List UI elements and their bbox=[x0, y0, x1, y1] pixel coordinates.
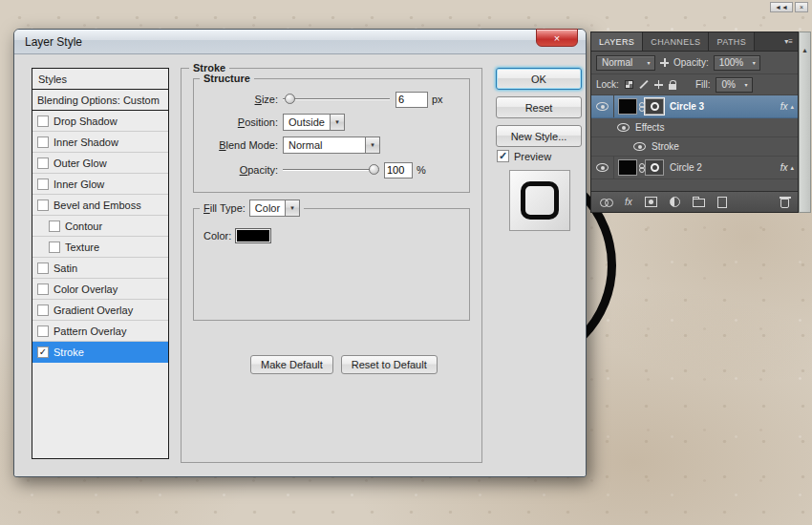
stroke-checkbox-checked[interactable]: ✓ bbox=[37, 346, 49, 358]
layer-name[interactable]: Circle 2 bbox=[670, 162, 780, 173]
blend-mode-dropdown[interactable]: Normal ▾ bbox=[283, 136, 380, 154]
bevel-emboss-checkbox[interactable] bbox=[37, 200, 49, 211]
opacity-slider[interactable] bbox=[283, 164, 378, 176]
add-layer-mask-icon[interactable] bbox=[645, 197, 657, 207]
size-slider[interactable] bbox=[283, 94, 390, 105]
make-default-button[interactable]: Make Default bbox=[250, 355, 333, 374]
stroke-effect-row[interactable]: Stroke bbox=[591, 137, 798, 157]
new-layer-icon[interactable] bbox=[717, 197, 727, 208]
delete-layer-icon[interactable] bbox=[780, 199, 789, 208]
outer-glow-checkbox[interactable] bbox=[37, 158, 49, 169]
vector-mask-thumbnail[interactable] bbox=[645, 159, 664, 176]
position-dropdown[interactable]: Outside ▾ bbox=[283, 114, 345, 131]
lock-position-icon[interactable] bbox=[654, 80, 663, 89]
drop-shadow-checkbox[interactable] bbox=[37, 116, 49, 127]
tab-channels[interactable]: CHANNELS bbox=[643, 32, 709, 51]
layer-fx-icon[interactable]: fx bbox=[780, 162, 788, 173]
style-item-bevel-and-emboss[interactable]: Bevel and Emboss bbox=[32, 195, 168, 216]
layer-mask-link-icon[interactable] bbox=[638, 102, 644, 112]
link-layers-icon[interactable] bbox=[600, 199, 612, 206]
layers-blend-mode-dropdown[interactable]: Normal ▾ bbox=[596, 55, 655, 71]
stroke-effect-label: Stroke bbox=[652, 141, 679, 152]
style-item-gradient-overlay[interactable]: Gradient Overlay bbox=[32, 300, 168, 321]
style-item-stroke[interactable]: ✓ Stroke bbox=[32, 342, 168, 363]
reset-button[interactable]: Reset bbox=[496, 96, 582, 118]
add-layer-style-icon[interactable]: fx bbox=[625, 197, 632, 207]
layer-name[interactable]: Circle 3 bbox=[670, 101, 780, 112]
panel-scrollbar[interactable]: ▲ bbox=[799, 32, 811, 213]
size-slider-thumb[interactable] bbox=[285, 94, 295, 104]
structure-legend: Structure bbox=[200, 72, 254, 85]
eye-icon[interactable] bbox=[633, 142, 646, 151]
layer-row-circle-2[interactable]: Circle 2 fx ▴ bbox=[591, 157, 798, 179]
style-item-pattern-overlay[interactable]: Pattern Overlay bbox=[32, 321, 168, 342]
lock-pixels-icon[interactable] bbox=[639, 80, 649, 90]
opacity-unit: % bbox=[417, 164, 426, 176]
style-item-satin[interactable]: Satin bbox=[32, 258, 168, 279]
fill-type-dropdown[interactable]: Color ▾ bbox=[249, 200, 300, 217]
style-item-texture[interactable]: Texture bbox=[32, 237, 168, 258]
chevron-down-icon[interactable]: ▾ bbox=[365, 137, 379, 153]
style-item-drop-shadow[interactable]: Drop Shadow bbox=[32, 111, 168, 132]
style-item-inner-shadow[interactable]: Inner Shadow bbox=[32, 132, 168, 153]
panel-menu-icon[interactable]: ▾≡ bbox=[755, 32, 798, 51]
new-style-button[interactable]: New Style... bbox=[496, 125, 582, 147]
close-panels-button[interactable]: × bbox=[795, 2, 808, 12]
tab-layers[interactable]: LAYERS bbox=[591, 32, 643, 51]
style-item-contour[interactable]: Contour bbox=[32, 216, 168, 237]
opacity-input[interactable] bbox=[384, 162, 413, 178]
inner-shadow-checkbox[interactable] bbox=[37, 136, 49, 148]
fill-value[interactable]: 0% ▾ bbox=[716, 77, 752, 93]
layer-row-circle-3[interactable]: Circle 3 fx ▴ bbox=[591, 95, 798, 118]
ok-button[interactable]: OK bbox=[496, 68, 582, 90]
layer-thumbnail[interactable] bbox=[618, 159, 637, 176]
layer-fx-icon[interactable]: fx bbox=[780, 101, 788, 112]
adjustment-layer-icon[interactable] bbox=[670, 197, 680, 207]
chevron-down-icon[interactable]: ▾ bbox=[740, 81, 752, 88]
color-overlay-checkbox[interactable] bbox=[37, 284, 49, 295]
vector-mask-thumbnail[interactable] bbox=[645, 98, 664, 115]
close-icon[interactable]: × bbox=[536, 29, 578, 47]
gradient-overlay-checkbox[interactable] bbox=[37, 304, 49, 316]
contour-checkbox[interactable] bbox=[49, 220, 60, 232]
new-group-icon[interactable] bbox=[693, 199, 705, 207]
tab-paths[interactable]: PATHS bbox=[709, 32, 755, 51]
effects-row[interactable]: Effects bbox=[591, 118, 798, 137]
size-unit: px bbox=[432, 94, 443, 105]
size-input[interactable] bbox=[395, 92, 428, 108]
pattern-overlay-checkbox[interactable] bbox=[37, 326, 49, 337]
chevron-down-icon[interactable]: ▾ bbox=[285, 200, 299, 216]
reset-to-default-button[interactable]: Reset to Default bbox=[341, 355, 438, 374]
chevron-down-icon[interactable]: ▾ bbox=[330, 115, 344, 130]
texture-checkbox[interactable] bbox=[49, 242, 60, 253]
lock-all-icon[interactable] bbox=[669, 84, 676, 90]
style-item-blending-options[interactable]: Blending Options: Custom bbox=[32, 90, 168, 111]
styles-list: Styles Blending Options: Custom Drop Sha… bbox=[32, 68, 169, 459]
layers-opacity-value[interactable]: 100% ▾ bbox=[714, 55, 761, 71]
collapse-panels-button[interactable]: ◄◄ bbox=[770, 2, 793, 12]
eye-icon bbox=[596, 163, 609, 172]
opacity-slider-thumb[interactable] bbox=[369, 164, 379, 175]
visibility-toggle[interactable] bbox=[591, 95, 614, 117]
dialog-body: Styles Blending Options: Custom Drop Sha… bbox=[14, 54, 586, 476]
size-slider-track[interactable] bbox=[283, 98, 390, 99]
collapse-effects-icon[interactable]: ▴ bbox=[790, 103, 794, 111]
opacity-slider-track[interactable] bbox=[283, 169, 378, 170]
style-item-inner-glow[interactable]: Inner Glow bbox=[32, 174, 168, 195]
layer-thumbnail[interactable] bbox=[618, 98, 637, 115]
visibility-toggle[interactable] bbox=[591, 157, 614, 178]
scroll-up-icon[interactable]: ▲ bbox=[801, 47, 808, 53]
preview-checkbox[interactable]: ✓ bbox=[497, 150, 509, 162]
dialog-titlebar[interactable]: Layer Style × bbox=[14, 30, 586, 54]
chevron-down-icon[interactable]: ▾ bbox=[643, 59, 654, 66]
lock-transparency-icon[interactable] bbox=[625, 80, 633, 89]
style-item-color-overlay[interactable]: Color Overlay bbox=[32, 279, 168, 300]
stroke-color-swatch[interactable] bbox=[235, 228, 271, 243]
satin-checkbox[interactable] bbox=[37, 262, 49, 274]
eye-icon[interactable] bbox=[617, 123, 630, 132]
expand-effects-icon[interactable]: ▴ bbox=[790, 164, 794, 172]
layer-mask-link-icon[interactable] bbox=[638, 163, 644, 173]
style-item-outer-glow[interactable]: Outer Glow bbox=[32, 153, 168, 174]
inner-glow-checkbox[interactable] bbox=[37, 178, 49, 190]
chevron-down-icon[interactable]: ▾ bbox=[748, 59, 759, 66]
